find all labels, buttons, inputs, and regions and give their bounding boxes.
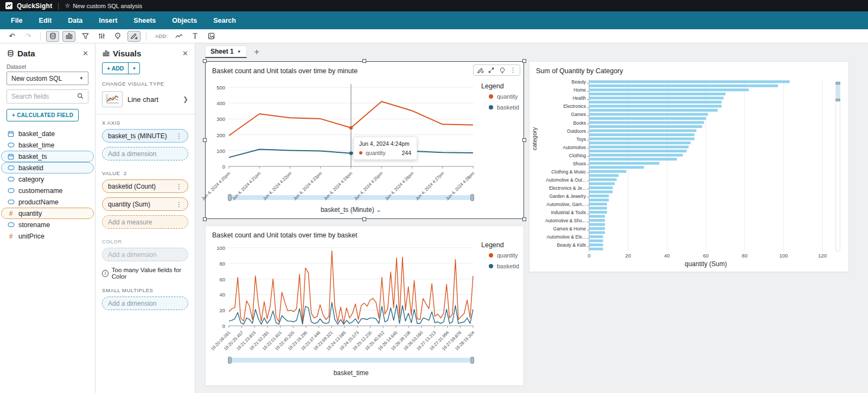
- menu-item-sheets[interactable]: Sheets: [133, 17, 156, 24]
- legend-item-quantity[interactable]: quantity: [489, 252, 518, 259]
- scrollbar-right-handle[interactable]: [470, 357, 474, 364]
- line-plot[interactable]: [228, 248, 474, 326]
- chevron-down-icon[interactable]: ▼: [128, 63, 139, 74]
- field-item-customername[interactable]: customername: [1, 185, 94, 196]
- value-field-pill-quantity[interactable]: quantity (Sum) ⋮: [102, 197, 188, 211]
- color-warning: i Too many Value fields for Color: [95, 266, 195, 282]
- add-visual-split-button[interactable]: + ADD ▼: [102, 62, 140, 74]
- x-axis-add-dimension[interactable]: Add a dimension: [102, 147, 188, 160]
- add-visual-button[interactable]: [173, 31, 186, 42]
- scrollbar-right-handle[interactable]: [470, 194, 474, 201]
- chart-title: Basket count and Unit totals over time b…: [212, 67, 358, 75]
- string-field-icon: [7, 188, 15, 193]
- menu-item-search[interactable]: Search: [213, 17, 236, 24]
- y-tick-label: 100: [210, 245, 225, 251]
- category-tick: [587, 189, 589, 189]
- field-item-storename[interactable]: storename: [1, 219, 94, 230]
- redo-button[interactable]: ↷: [22, 31, 35, 42]
- insights-icon[interactable]: [499, 67, 506, 74]
- star-icon[interactable]: ☆: [65, 2, 70, 9]
- field-item-basket_date[interactable]: basket_date: [1, 128, 94, 139]
- menu-item-objects[interactable]: Objects: [172, 17, 197, 24]
- resize-handle[interactable]: [362, 59, 366, 63]
- visual-line-by-minute[interactable]: Basket count and Unit totals over time b…: [205, 61, 524, 219]
- chart-title: Sum of Quantity by Category: [536, 67, 623, 75]
- field-item-productName[interactable]: productName: [1, 196, 94, 208]
- field-item-basket_time[interactable]: basket_time: [1, 139, 94, 151]
- menu-item-data[interactable]: Data: [68, 17, 82, 24]
- resize-handle[interactable]: [522, 217, 526, 221]
- category-tick: [587, 172, 589, 173]
- category-tick: [587, 214, 589, 214]
- chevron-down-icon[interactable]: ▼: [237, 49, 241, 54]
- add-visual-label: + ADD: [103, 63, 128, 74]
- kebab-menu-icon[interactable]: ⋮: [176, 132, 182, 140]
- sheet-bar: Sheet 1 ▼ +: [205, 46, 259, 58]
- line-plot[interactable]: [228, 87, 474, 166]
- format-visual-icon[interactable]: [477, 67, 484, 74]
- parameters-button[interactable]: [95, 31, 108, 42]
- visual-line-by-basket[interactable]: Basket count and Unit totals over time b…: [205, 226, 524, 386]
- kebab-menu-icon[interactable]: ⋮: [176, 183, 182, 190]
- sheet-tab-label: Sheet 1: [210, 48, 234, 55]
- insights-button[interactable]: [111, 31, 124, 42]
- menu-item-edit[interactable]: Edit: [39, 17, 52, 24]
- data-panel-title: Data: [17, 49, 79, 58]
- x-axis-label: X AXIS: [95, 114, 195, 129]
- add-sheet-button[interactable]: +: [254, 47, 259, 57]
- tooltip-series: quantity: [366, 150, 386, 156]
- sheet-tab[interactable]: Sheet 1 ▼: [205, 46, 247, 58]
- value-add-measure[interactable]: Add a measure: [102, 215, 188, 229]
- x-axis-field-pill[interactable]: basket_ts (MINUTE) ⋮: [102, 129, 188, 143]
- topbar-divider: |: [58, 2, 59, 10]
- close-data-panel-icon[interactable]: ✕: [82, 49, 88, 57]
- resize-handle[interactable]: [522, 138, 526, 142]
- quicksight-logo-icon: [5, 2, 12, 9]
- toolbar: ↶ ↷ ADD: T: [0, 29, 868, 43]
- field-label: productName: [18, 198, 59, 206]
- category-tick: [587, 91, 589, 92]
- legend-item-basketid[interactable]: basketid: [489, 263, 519, 269]
- resize-handle[interactable]: [203, 138, 207, 142]
- add-text-button[interactable]: T: [189, 31, 202, 42]
- data-panel-button[interactable]: [46, 31, 59, 42]
- visuals-panel-button[interactable]: [62, 31, 75, 42]
- bar-plot[interactable]: [589, 80, 822, 251]
- menu-item-file[interactable]: File: [11, 17, 23, 24]
- x-axis-title[interactable]: quantity (Sum): [589, 260, 822, 268]
- undo-button[interactable]: ↶: [5, 31, 18, 42]
- resize-handle[interactable]: [522, 59, 526, 63]
- field-item-quantity[interactable]: #quantity: [1, 208, 94, 219]
- small-multiples-add-dimension[interactable]: Add a dimension: [102, 297, 188, 310]
- field-item-unitPrice[interactable]: #unitPrice: [1, 230, 94, 242]
- legend-item-quantity[interactable]: quantity: [489, 93, 518, 100]
- menu-options-icon[interactable]: ⋮: [509, 67, 516, 74]
- kebab-menu-icon[interactable]: ⋮: [176, 201, 182, 208]
- value-field-pill-basketid[interactable]: basketid (Count) ⋮: [102, 179, 188, 193]
- field-item-category[interactable]: category: [1, 173, 94, 185]
- legend-item-basketid[interactable]: basketid: [489, 104, 519, 111]
- field-item-basket_ts[interactable]: basket_ts: [1, 151, 94, 162]
- visual-bar-by-category[interactable]: Sum of Quantity by Category quantity (Su…: [529, 61, 849, 272]
- close-visuals-panel-icon[interactable]: ✕: [182, 49, 188, 57]
- maximize-icon[interactable]: [488, 67, 495, 73]
- search-fields-box[interactable]: [7, 89, 88, 104]
- menu-item-insert[interactable]: Insert: [99, 17, 117, 24]
- search-fields-input[interactable]: [11, 93, 71, 100]
- add-image-button[interactable]: [205, 31, 218, 42]
- basketid-dot-icon: [489, 105, 493, 109]
- legend-title: Legend: [481, 241, 504, 249]
- calculated-field-button[interactable]: + CALCULATED FIELD: [7, 109, 79, 121]
- themes-button[interactable]: [127, 31, 141, 42]
- visual-type-selector[interactable]: Line chart ❯: [95, 90, 195, 114]
- vertical-scrollbar-thumb[interactable]: [836, 83, 840, 100]
- dataset-select[interactable]: New custom SQL ▼: [7, 72, 88, 85]
- vertical-scrollbar[interactable]: [835, 81, 840, 252]
- filter-button[interactable]: [79, 31, 92, 42]
- resize-handle[interactable]: [203, 217, 207, 221]
- resize-handle[interactable]: [203, 59, 207, 63]
- category-tick: [587, 197, 589, 197]
- analysis-title[interactable]: ☆ New custom SQL analysis: [65, 2, 142, 9]
- field-item-basketid[interactable]: basketid: [1, 162, 94, 173]
- resize-handle[interactable]: [362, 217, 366, 221]
